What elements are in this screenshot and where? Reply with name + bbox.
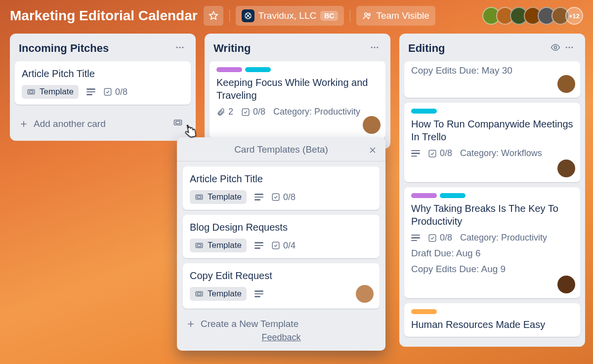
description-icon xyxy=(254,242,263,249)
label-purple[interactable] xyxy=(216,67,242,72)
template-label: Template xyxy=(208,289,242,299)
description-icon xyxy=(411,235,420,242)
card-labels xyxy=(411,109,573,114)
svg-point-12 xyxy=(374,47,376,48)
card-title: Why Taking Breaks Is The Key To Producti… xyxy=(411,202,573,228)
create-template-label: Create a New Template xyxy=(201,319,298,329)
card-member-avatar[interactable] xyxy=(356,285,374,303)
team-icon xyxy=(362,11,372,21)
board-header: Marketing Editorial Calendar Travidux, L… xyxy=(0,0,593,30)
popover-body: Article Pitch Title Template 0/8 Blog De… xyxy=(177,162,385,316)
feedback-link[interactable]: Feedback xyxy=(261,332,300,343)
checklist-count: 0/8 xyxy=(283,192,296,202)
svg-point-1 xyxy=(365,13,367,15)
draft-due-badge: Draft Due: Aug 6 xyxy=(411,248,573,259)
card[interactable]: Article Pitch Title Template 0/8 xyxy=(15,61,191,105)
checklist-count: 0/4 xyxy=(283,241,296,251)
category-badge: Category: Productivity xyxy=(273,107,360,117)
create-template-button[interactable]: Create a New Template xyxy=(183,319,298,329)
board-title[interactable]: Marketing Editorial Calendar xyxy=(10,8,198,24)
card-template-button[interactable] xyxy=(169,115,187,133)
card-title: Article Pitch Title xyxy=(22,67,184,80)
card-member-avatar[interactable] xyxy=(557,276,575,293)
card[interactable]: Human Resources Made Easy xyxy=(404,303,580,337)
list-menu-button[interactable] xyxy=(368,40,381,56)
card-templates-popover: Card Templates (Beta) Article Pitch Titl… xyxy=(177,137,385,351)
template-item[interactable]: Blog Design Requests Template 0/4 xyxy=(183,215,380,258)
list-title[interactable]: Editing xyxy=(408,42,549,55)
label-cyan[interactable] xyxy=(245,67,271,72)
workspace-logo-icon xyxy=(242,9,254,22)
svg-rect-28 xyxy=(197,293,201,295)
svg-rect-7 xyxy=(29,91,33,93)
card-member-avatar[interactable] xyxy=(557,75,575,93)
card-title: Blog Design Requests xyxy=(190,221,373,234)
workspace-button[interactable]: Travidux, LLC BC xyxy=(236,6,344,26)
list-menu-button[interactable] xyxy=(173,40,187,56)
checklist-icon xyxy=(103,87,112,96)
add-card-label: Add another card xyxy=(34,119,106,129)
svg-point-13 xyxy=(377,47,378,48)
add-card-button[interactable]: Add another card xyxy=(15,110,191,136)
card[interactable]: How To Run Companywide Meetings In Trell… xyxy=(404,103,580,182)
svg-point-2 xyxy=(368,13,370,15)
svg-rect-20 xyxy=(429,235,436,242)
list-title[interactable]: Writing xyxy=(213,42,368,55)
svg-point-16 xyxy=(566,47,567,48)
checklist-badge: 0/8 xyxy=(428,148,452,159)
label-purple[interactable] xyxy=(411,193,437,198)
checklist-badge: 0/4 xyxy=(271,241,296,251)
label-cyan[interactable] xyxy=(411,109,437,114)
description-badge xyxy=(86,88,95,95)
svg-rect-10 xyxy=(176,121,180,124)
attachment-badge: 2 xyxy=(216,107,233,117)
visibility-label: Team Visible xyxy=(376,10,429,21)
divider xyxy=(229,9,230,22)
card[interactable]: Copy Edits Due: May 30 xyxy=(404,61,580,98)
checklist-badge: 0/8 xyxy=(103,87,127,97)
label-orange[interactable] xyxy=(411,309,437,314)
card-title: Keeping Focus While Working and Travelin… xyxy=(216,76,379,102)
star-button[interactable] xyxy=(204,6,223,26)
template-label: Template xyxy=(208,241,242,250)
checklist-icon xyxy=(271,193,280,202)
list-writing: Writing Keeping Focus While Working and … xyxy=(205,34,390,149)
label-cyan[interactable] xyxy=(440,193,466,198)
template-icon xyxy=(195,193,204,202)
board-members[interactable]: +12 xyxy=(482,7,583,25)
svg-point-17 xyxy=(569,47,570,48)
more-members-button[interactable]: +12 xyxy=(565,7,583,25)
list-title[interactable]: Incoming Pitches xyxy=(19,42,173,55)
svg-point-3 xyxy=(176,47,178,48)
svg-rect-14 xyxy=(242,109,249,116)
template-badge: Template xyxy=(22,85,79,99)
checklist-count: 0/8 xyxy=(440,233,452,243)
svg-rect-23 xyxy=(272,194,279,201)
star-icon xyxy=(209,11,218,21)
svg-rect-26 xyxy=(272,242,279,249)
svg-rect-27 xyxy=(196,292,203,296)
svg-rect-9 xyxy=(174,120,182,125)
template-label: Template xyxy=(208,192,242,202)
card-labels xyxy=(411,309,573,314)
template-badge: Template xyxy=(190,287,247,301)
workspace-name: Travidux, LLC xyxy=(258,10,317,21)
checklist-count: 0/8 xyxy=(440,148,452,159)
card-member-avatar[interactable] xyxy=(363,116,381,134)
popover-close-button[interactable] xyxy=(365,142,381,161)
template-icon xyxy=(173,118,183,127)
card[interactable]: Why Taking Breaks Is The Key To Producti… xyxy=(404,187,580,298)
card-member-avatar[interactable] xyxy=(557,160,575,177)
template-item[interactable]: Copy Edit Request Template xyxy=(183,263,380,309)
watch-indicator[interactable] xyxy=(549,40,562,56)
attachment-count: 2 xyxy=(228,107,233,117)
template-item[interactable]: Article Pitch Title Template 0/8 xyxy=(183,166,380,210)
checklist-count: 0/8 xyxy=(253,107,265,117)
template-icon xyxy=(195,241,204,250)
template-badge: Template xyxy=(190,239,247,252)
list-menu-button[interactable] xyxy=(562,40,576,56)
card[interactable]: Keeping Focus While Working and Travelin… xyxy=(210,61,385,139)
visibility-button[interactable]: Team Visible xyxy=(356,6,435,26)
svg-rect-21 xyxy=(196,195,203,200)
card-labels xyxy=(411,193,573,198)
